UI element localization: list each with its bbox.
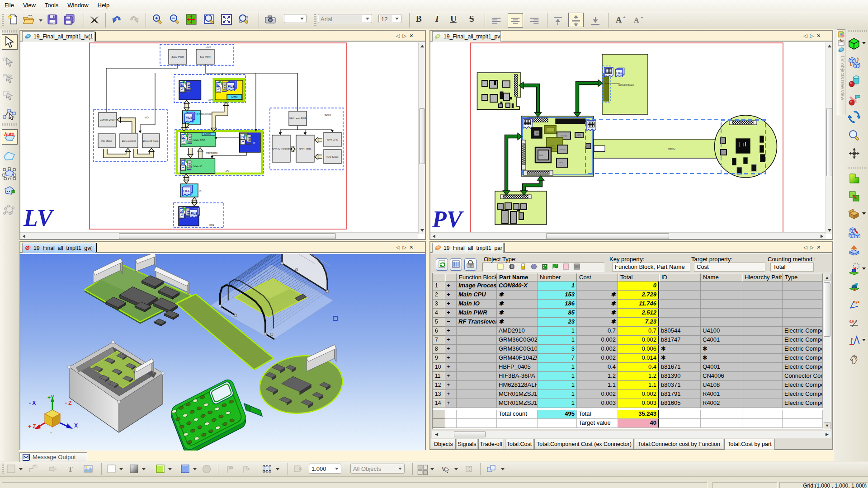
svg-text:- X: - X xyxy=(29,400,36,406)
svg-text:U100: U100 xyxy=(536,132,540,134)
svg-text:NAV CPS: NAV CPS xyxy=(327,138,338,141)
svg-text:Zone control: Zone control xyxy=(122,140,136,142)
svg-text:Auto: Auto xyxy=(4,132,14,137)
svg-text:-: - xyxy=(14,133,15,137)
svg-text:Main CPU: Main CPU xyxy=(549,148,557,150)
svg-text:0.0: 0.0 xyxy=(849,320,854,323)
svg-text:Pin Motor: Pin Motor xyxy=(101,140,112,142)
svg-text:LV: LV xyxy=(23,205,55,231)
svg-text:U103: U103 xyxy=(559,162,562,164)
svg-text:A: A xyxy=(634,16,639,24)
svg-text:+ Z: + Z xyxy=(28,423,36,430)
svg-text:PV: PV xyxy=(432,206,464,232)
svg-text:T: T xyxy=(68,465,73,474)
svg-text:-: - xyxy=(50,430,52,436)
svg-text:xyz: xyz xyxy=(854,300,859,304)
svg-text:Main IO: Main IO xyxy=(668,148,675,150)
svg-text:NAV Funct.: NAV Funct. xyxy=(299,147,311,150)
svg-text:X: X xyxy=(74,422,78,429)
svg-text:Main IO: Main IO xyxy=(193,165,203,168)
svg-text:Zone IO Func.: Zone IO Func. xyxy=(143,140,159,142)
svg-text:bIDIDI: bIDIDI xyxy=(204,133,211,136)
svg-text:Mainboard: Mainboard xyxy=(206,151,217,154)
svg-text:CONxDIO Board: CONxDIO Board xyxy=(618,84,634,86)
svg-text:U105_I(): U105_I() xyxy=(560,149,566,150)
svg-text:MTDI: MTDI xyxy=(231,96,238,99)
svg-text:NAV Seale: NAV Seale xyxy=(326,155,339,158)
svg-text:Image Processing: Image Processing xyxy=(604,82,620,84)
svg-text:IO: IO xyxy=(199,190,201,192)
svg-text:bIDI: bIDI xyxy=(145,116,150,119)
svg-text:+Y: +Y xyxy=(47,394,54,401)
svg-text:Zone PWR: Zone PWR xyxy=(172,56,184,58)
svg-text:I/F: I/F xyxy=(253,141,256,144)
svg-text:NAV IO Function: NAV IO Function xyxy=(272,147,291,150)
svg-text:U100: U100 xyxy=(539,155,543,156)
svg-text:U107_I(): U107_I() xyxy=(561,135,567,137)
svg-text:Sys PWR: Sys PWR xyxy=(200,56,211,58)
svg-text:bIO2: bIO2 xyxy=(209,224,214,226)
svg-text:bDTN: bDTN xyxy=(325,113,331,116)
svg-text:Main CPU: Main CPU xyxy=(193,139,205,141)
svg-text:Current Driver: Current Driver xyxy=(100,118,116,121)
svg-text:- Z: - Z xyxy=(65,400,72,406)
svg-text:NAV Lead PWR: NAV Lead PWR xyxy=(289,117,307,120)
svg-text:U104: U104 xyxy=(577,134,580,136)
svg-text:bDf7: bDf7 xyxy=(206,46,211,49)
svg-text:A: A xyxy=(616,15,622,24)
svg-text:U404: U404 xyxy=(551,145,554,147)
svg-text:bIOI: bIOI xyxy=(225,170,230,173)
